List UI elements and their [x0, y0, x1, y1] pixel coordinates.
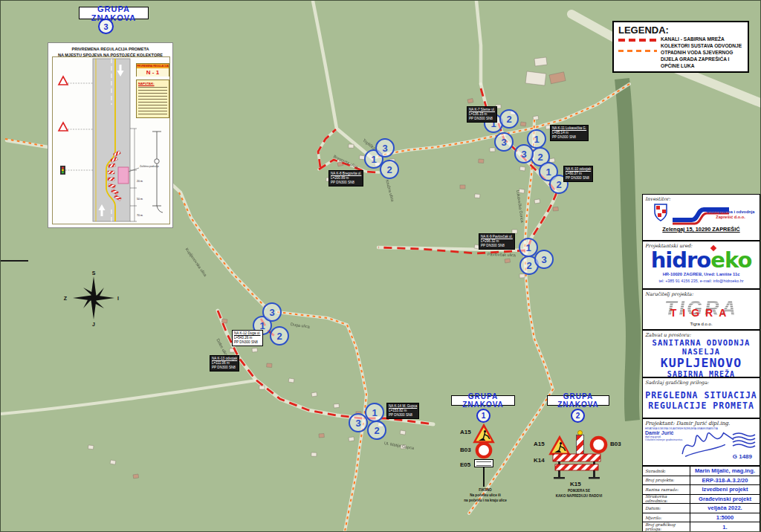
sadrzaj-line2: REGULACIJE PROMETA	[643, 400, 760, 411]
hidroeko-logo-hidro: hidro	[651, 247, 711, 273]
inset-drawing-frame: Zaštitno područje	[52, 56, 170, 224]
row-value: Izvedbeni projekt	[690, 486, 760, 493]
narucitelj-label: Naručitelj projekta:	[643, 290, 760, 297]
pipe-segment-label: NA K-8 Bregovita ul.L=200.89 mPP DN300 S…	[328, 170, 363, 186]
row-label: Strukovna odrednica:	[643, 495, 690, 504]
kanal-label: KANALI - SABIRNA MREŽA	[661, 36, 725, 43]
titleblock-sadrzaj: Sadržaj grafičkog priloga: PREGLEDNA SIT…	[642, 377, 760, 418]
sign-group-marker: 3	[349, 413, 368, 432]
kanal-dash-sample	[618, 39, 657, 42]
sign-code-a15-g2: A15	[534, 441, 545, 447]
group-header-3: GRUPA ZNAKOVA	[79, 7, 149, 19]
titleblock-ured: Projektantski ured: hidroeko HR-10020 ZA…	[642, 241, 760, 289]
reg-code-box: PRIVREMENA REGULACIJA N - 1	[136, 63, 169, 77]
row-value: Marin Mijalić, mag.ing.	[690, 467, 760, 474]
group-header-2-circle: 2	[571, 409, 585, 423]
inset-roadwork-sign-icons	[59, 77, 93, 175]
pipe-segment-label: NA K-12 Duga ul.L=543.26 mPP DN300 SN8	[232, 330, 263, 346]
investitor-name1: Vodoopskrba i odvodnja	[707, 210, 756, 214]
zahvat-label: Zahvat u prostoru:	[643, 331, 760, 338]
hidroeko-logo-eko-text: eko	[710, 247, 751, 273]
dist-70m: 70 m	[137, 214, 143, 217]
hidroeko-logo-eko: eko	[710, 247, 751, 273]
row-value: 1.	[690, 524, 760, 531]
hidroeko-logo: hidroeko	[643, 249, 760, 271]
sign-group-marker: 2	[367, 421, 386, 440]
sign-code-k15: K15	[570, 481, 581, 487]
investitor-address: Zelengaj 15, 10290 ZAPREŠIĆ	[643, 226, 760, 233]
group2-caption: POMJERA SE KAKO NAPREDUJU RADOVI	[545, 489, 613, 499]
ured-address2: tel: +385 91 4156 235, e-mail: info@hidr…	[643, 278, 760, 284]
group-header-2: GRUPA ZNAKOVA	[547, 395, 609, 406]
b03-prohibition-sign	[475, 441, 493, 459]
sadrzaj-line1: PREGLEDNA SITUACIJA	[643, 390, 760, 400]
street-name-label: Kupljenovska ulica	[185, 247, 208, 277]
sign-group-marker: 2	[270, 326, 289, 346]
projektant-label: Projektant: Damir Jurić dipl.ing.	[643, 419, 760, 426]
sadrzaj-label: Sadržaj grafičkog priloga:	[643, 378, 760, 386]
row-value: veljača 2022.	[690, 505, 760, 511]
group1-caption: FIKSNO Na početku ulice ili na početku i…	[456, 488, 515, 504]
sign-group-marker: 3	[494, 132, 514, 152]
pipe-segment-label: NA K-10 odvojakL=60.37 mPP DN300 SN8	[563, 166, 593, 182]
engineer-stamp: HRVATSKA KOMORA OVLAŠTENIH INŽENJERA GRA…	[643, 427, 760, 461]
dist-50m: 50 m	[137, 198, 143, 201]
legend-item-kanali: KANALI - SABIRNA MREŽA	[618, 36, 743, 43]
fold-mark	[1, 260, 28, 262]
investitor-label: Investitor:	[643, 195, 760, 202]
kolektor-label: KOLEKTORI SUSTAVA ODVODNJE OTPADNIH VODA…	[661, 43, 742, 70]
legend-title: LEGENDA:	[618, 25, 743, 36]
k15-barrier-fence	[552, 452, 601, 481]
group-header-3-number: 3	[103, 22, 108, 31]
investitor-name2: Zaprešić d.o.o.	[716, 215, 745, 219]
sign-group-marker: 3	[534, 250, 554, 269]
drawing-sheet: S I J Z 12312312312123123123NA K-8 Brego…	[0, 0, 761, 532]
sign-code-e05-g1: E05	[460, 461, 470, 468]
row-label: Broj projekta:	[643, 476, 690, 485]
row-value: Građevinski projekt	[690, 496, 760, 502]
naputak-title: NAPUTAK:	[138, 82, 167, 85]
pipe-segment-label: NA K-13 odvojakL=111.06 mPP DN300 SN8	[210, 355, 239, 372]
group-header-2-number: 2	[576, 412, 580, 420]
sign-group-marker: 1	[365, 403, 384, 422]
work-zone-label: Zaštitno područje	[140, 165, 159, 168]
row-label: Broj grafičkog priloga:	[643, 522, 690, 531]
zahvat-line3: KUPLJENOVO	[643, 356, 760, 370]
sign-group-marker: 3	[514, 144, 534, 163]
sign-group-marker: 2	[499, 109, 519, 129]
sign-code-k14: K14	[534, 457, 545, 464]
narucitelj-name: Tigra d.o.o.	[643, 321, 760, 328]
table-row: Suradnik: Marin Mijalić, mag.ing.	[643, 466, 760, 476]
pipe-segment-label: NA K-9 Pavlovčak ul.L=296.32 mPP DN300 S…	[479, 233, 515, 250]
zahvat-line4: SABIRNA MREŽA	[643, 370, 760, 377]
titleblock-investitor: Investitor: Vodoopskrba i odvodnja Zapre…	[642, 194, 760, 241]
b03-prohibition-sign-2	[589, 435, 608, 454]
row-value: 1:5000	[690, 514, 760, 521]
titleblock-projektant: Projektant: Damir Jurić dipl.ing. HRVATS…	[642, 418, 760, 466]
street-name-label: Lukavečka Gorica	[516, 190, 525, 223]
tigra-logo: TIGRA TIGRA	[643, 297, 760, 321]
sign-group-marker: 2	[380, 160, 399, 179]
row-value: ERP-318-A.3.2/20	[690, 477, 760, 484]
reg-code-value: N - 1	[137, 68, 169, 77]
zahvat-line2: NASELJA	[643, 347, 760, 356]
table-row: Broj projekta: ERP-318-A.3.2/20	[643, 476, 760, 485]
naputak-finetext	[138, 87, 167, 117]
titleblock-zahvat: Zahvat u prostoru: SANITARNA ODVODNJA NA…	[642, 330, 760, 377]
street-name-label: Ul. Matije Gupca	[383, 441, 414, 450]
mini-profile	[152, 132, 163, 213]
street-name-label: Duga ulica	[291, 322, 311, 329]
row-label: Datum:	[643, 504, 690, 513]
sign-pole-g1	[483, 467, 485, 487]
group-header-1: GRUPA ZNAKOVA	[451, 395, 515, 406]
group-header-1-circle: 1	[476, 409, 490, 423]
kolektor-dash-sample	[618, 50, 657, 52]
e05-finetext	[476, 461, 491, 466]
street-name-label: Bregovita ulica	[333, 154, 359, 169]
sign-code-a15-g1: A15	[460, 429, 471, 435]
street-name-label: Kružna ulica	[385, 179, 395, 202]
group-header-2-title: GRUPA ZNAKOVA	[548, 392, 609, 409]
titleblock-narucitelj: Naručitelj projekta: TIGRA TIGRA Tigra d…	[642, 289, 760, 330]
table-row: Mjerilo: 1:5000	[643, 513, 760, 522]
titleblock-table: Suradnik: Marin Mijalić, mag.ing. Broj p…	[642, 466, 760, 532]
